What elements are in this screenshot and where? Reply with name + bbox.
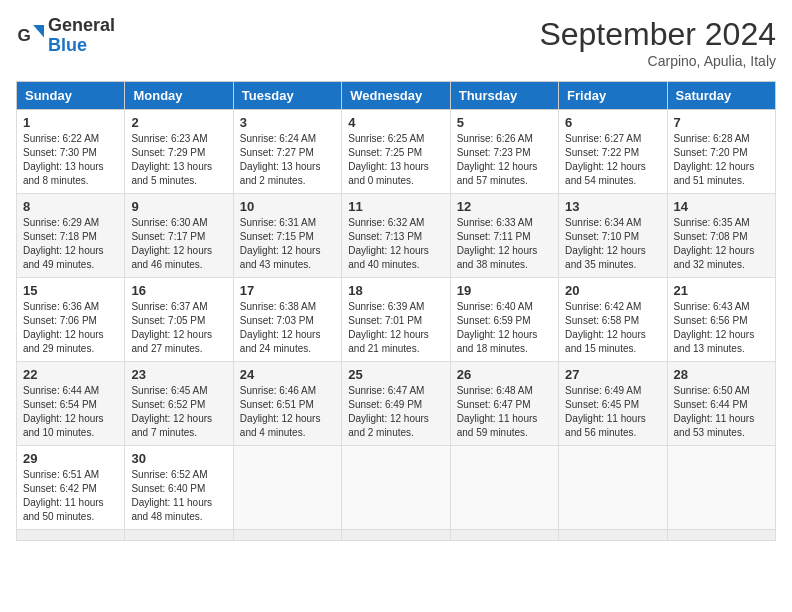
day-number: 3 — [240, 115, 335, 130]
day-number: 2 — [131, 115, 226, 130]
col-monday: Monday — [125, 82, 233, 110]
day-info: Sunrise: 6:29 AM Sunset: 7:18 PM Dayligh… — [23, 216, 118, 272]
logo-icon: G — [16, 22, 44, 50]
col-tuesday: Tuesday — [233, 82, 341, 110]
day-info: Sunrise: 6:40 AM Sunset: 6:59 PM Dayligh… — [457, 300, 552, 356]
day-info: Sunrise: 6:42 AM Sunset: 6:58 PM Dayligh… — [565, 300, 660, 356]
day-info: Sunrise: 6:22 AM Sunset: 7:30 PM Dayligh… — [23, 132, 118, 188]
calendar-cell-r6-c1 — [17, 530, 125, 541]
calendar-cell-r5-c1: 29 Sunrise: 6:51 AM Sunset: 6:42 PM Dayl… — [17, 446, 125, 530]
page-header: G General Blue September 2024 Carpino, A… — [16, 16, 776, 69]
calendar-cell-r4-c3: 24 Sunrise: 6:46 AM Sunset: 6:51 PM Dayl… — [233, 362, 341, 446]
calendar-row-6 — [17, 530, 776, 541]
day-number: 24 — [240, 367, 335, 382]
day-number: 25 — [348, 367, 443, 382]
calendar-cell-r2-c7: 14 Sunrise: 6:35 AM Sunset: 7:08 PM Dayl… — [667, 194, 775, 278]
day-info: Sunrise: 6:36 AM Sunset: 7:06 PM Dayligh… — [23, 300, 118, 356]
day-info: Sunrise: 6:31 AM Sunset: 7:15 PM Dayligh… — [240, 216, 335, 272]
day-info: Sunrise: 6:28 AM Sunset: 7:20 PM Dayligh… — [674, 132, 769, 188]
day-info: Sunrise: 6:23 AM Sunset: 7:29 PM Dayligh… — [131, 132, 226, 188]
day-number: 21 — [674, 283, 769, 298]
calendar-cell-r4-c6: 27 Sunrise: 6:49 AM Sunset: 6:45 PM Dayl… — [559, 362, 667, 446]
day-number: 6 — [565, 115, 660, 130]
calendar-cell-r3-c1: 15 Sunrise: 6:36 AM Sunset: 7:06 PM Dayl… — [17, 278, 125, 362]
day-number: 30 — [131, 451, 226, 466]
day-info: Sunrise: 6:44 AM Sunset: 6:54 PM Dayligh… — [23, 384, 118, 440]
day-info: Sunrise: 6:24 AM Sunset: 7:27 PM Dayligh… — [240, 132, 335, 188]
calendar-cell-r1-c3: 3 Sunrise: 6:24 AM Sunset: 7:27 PM Dayli… — [233, 110, 341, 194]
calendar-cell-r3-c3: 17 Sunrise: 6:38 AM Sunset: 7:03 PM Dayl… — [233, 278, 341, 362]
day-number: 22 — [23, 367, 118, 382]
day-number: 15 — [23, 283, 118, 298]
logo-blue: Blue — [48, 35, 87, 55]
day-info: Sunrise: 6:27 AM Sunset: 7:22 PM Dayligh… — [565, 132, 660, 188]
day-number: 13 — [565, 199, 660, 214]
calendar-cell-r6-c2 — [125, 530, 233, 541]
col-saturday: Saturday — [667, 82, 775, 110]
calendar-cell-r5-c5 — [450, 446, 558, 530]
calendar-row-3: 15 Sunrise: 6:36 AM Sunset: 7:06 PM Dayl… — [17, 278, 776, 362]
day-info: Sunrise: 6:48 AM Sunset: 6:47 PM Dayligh… — [457, 384, 552, 440]
day-number: 1 — [23, 115, 118, 130]
calendar-row-2: 8 Sunrise: 6:29 AM Sunset: 7:18 PM Dayli… — [17, 194, 776, 278]
day-number: 26 — [457, 367, 552, 382]
logo-text: General Blue — [48, 16, 115, 56]
day-number: 5 — [457, 115, 552, 130]
calendar-cell-r4-c5: 26 Sunrise: 6:48 AM Sunset: 6:47 PM Dayl… — [450, 362, 558, 446]
col-sunday: Sunday — [17, 82, 125, 110]
col-thursday: Thursday — [450, 82, 558, 110]
col-wednesday: Wednesday — [342, 82, 450, 110]
day-number: 29 — [23, 451, 118, 466]
calendar-cell-r3-c4: 18 Sunrise: 6:39 AM Sunset: 7:01 PM Dayl… — [342, 278, 450, 362]
calendar-cell-r1-c2: 2 Sunrise: 6:23 AM Sunset: 7:29 PM Dayli… — [125, 110, 233, 194]
day-info: Sunrise: 6:25 AM Sunset: 7:25 PM Dayligh… — [348, 132, 443, 188]
calendar-cell-r1-c6: 6 Sunrise: 6:27 AM Sunset: 7:22 PM Dayli… — [559, 110, 667, 194]
calendar-cell-r5-c2: 30 Sunrise: 6:52 AM Sunset: 6:40 PM Dayl… — [125, 446, 233, 530]
day-number: 19 — [457, 283, 552, 298]
day-number: 27 — [565, 367, 660, 382]
calendar-cell-r4-c4: 25 Sunrise: 6:47 AM Sunset: 6:49 PM Dayl… — [342, 362, 450, 446]
calendar-cell-r3-c2: 16 Sunrise: 6:37 AM Sunset: 7:05 PM Dayl… — [125, 278, 233, 362]
calendar-cell-r6-c4 — [342, 530, 450, 541]
location: Carpino, Apulia, Italy — [539, 53, 776, 69]
day-info: Sunrise: 6:46 AM Sunset: 6:51 PM Dayligh… — [240, 384, 335, 440]
calendar-cell-r2-c5: 12 Sunrise: 6:33 AM Sunset: 7:11 PM Dayl… — [450, 194, 558, 278]
svg-text:G: G — [18, 25, 31, 44]
day-info: Sunrise: 6:45 AM Sunset: 6:52 PM Dayligh… — [131, 384, 226, 440]
calendar-cell-r6-c5 — [450, 530, 558, 541]
day-info: Sunrise: 6:47 AM Sunset: 6:49 PM Dayligh… — [348, 384, 443, 440]
day-info: Sunrise: 6:35 AM Sunset: 7:08 PM Dayligh… — [674, 216, 769, 272]
calendar-cell-r4-c2: 23 Sunrise: 6:45 AM Sunset: 6:52 PM Dayl… — [125, 362, 233, 446]
day-number: 20 — [565, 283, 660, 298]
day-info: Sunrise: 6:32 AM Sunset: 7:13 PM Dayligh… — [348, 216, 443, 272]
calendar-row-1: 1 Sunrise: 6:22 AM Sunset: 7:30 PM Dayli… — [17, 110, 776, 194]
calendar-cell-r1-c5: 5 Sunrise: 6:26 AM Sunset: 7:23 PM Dayli… — [450, 110, 558, 194]
calendar-cell-r5-c4 — [342, 446, 450, 530]
calendar-cell-r4-c7: 28 Sunrise: 6:50 AM Sunset: 6:44 PM Dayl… — [667, 362, 775, 446]
title-block: September 2024 Carpino, Apulia, Italy — [539, 16, 776, 69]
calendar-cell-r4-c1: 22 Sunrise: 6:44 AM Sunset: 6:54 PM Dayl… — [17, 362, 125, 446]
day-info: Sunrise: 6:43 AM Sunset: 6:56 PM Dayligh… — [674, 300, 769, 356]
day-number: 8 — [23, 199, 118, 214]
calendar-cell-r3-c6: 20 Sunrise: 6:42 AM Sunset: 6:58 PM Dayl… — [559, 278, 667, 362]
day-number: 16 — [131, 283, 226, 298]
calendar-row-4: 22 Sunrise: 6:44 AM Sunset: 6:54 PM Dayl… — [17, 362, 776, 446]
day-number: 10 — [240, 199, 335, 214]
logo: G General Blue — [16, 16, 115, 56]
calendar-cell-r2-c4: 11 Sunrise: 6:32 AM Sunset: 7:13 PM Dayl… — [342, 194, 450, 278]
calendar-cell-r6-c6 — [559, 530, 667, 541]
col-friday: Friday — [559, 82, 667, 110]
calendar-cell-r2-c2: 9 Sunrise: 6:30 AM Sunset: 7:17 PM Dayli… — [125, 194, 233, 278]
day-info: Sunrise: 6:49 AM Sunset: 6:45 PM Dayligh… — [565, 384, 660, 440]
calendar-cell-r2-c3: 10 Sunrise: 6:31 AM Sunset: 7:15 PM Dayl… — [233, 194, 341, 278]
logo-general: General — [48, 15, 115, 35]
month-title: September 2024 — [539, 16, 776, 53]
day-number: 28 — [674, 367, 769, 382]
day-number: 4 — [348, 115, 443, 130]
day-number: 11 — [348, 199, 443, 214]
day-number: 14 — [674, 199, 769, 214]
day-info: Sunrise: 6:33 AM Sunset: 7:11 PM Dayligh… — [457, 216, 552, 272]
calendar-cell-r5-c3 — [233, 446, 341, 530]
calendar-header-row: Sunday Monday Tuesday Wednesday Thursday… — [17, 82, 776, 110]
calendar-cell-r6-c3 — [233, 530, 341, 541]
